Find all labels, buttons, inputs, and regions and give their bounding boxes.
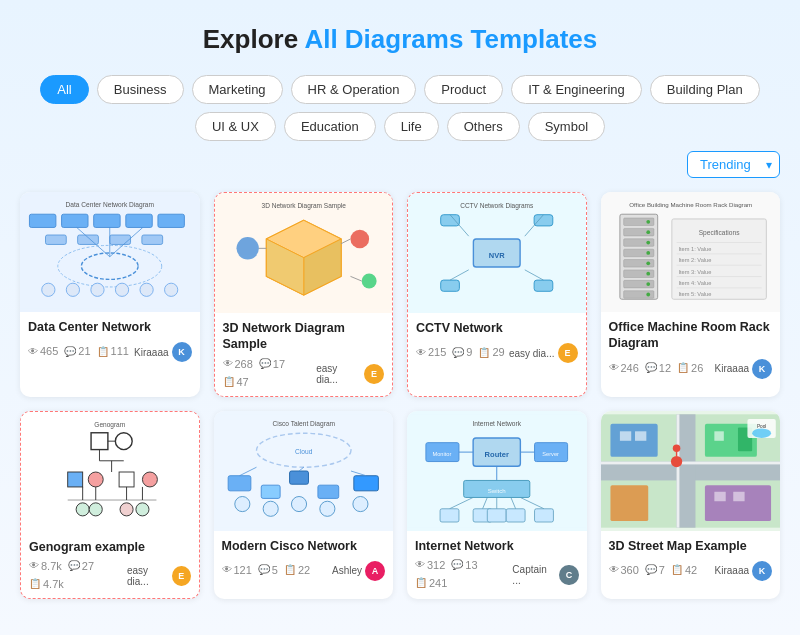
- card-meta-row: 👁 360💬 7📋 42KiraaaaK: [609, 559, 773, 581]
- eye-icon: 👁: [609, 564, 619, 575]
- filter-btn-product[interactable]: Product: [424, 75, 503, 104]
- svg-rect-105: [317, 485, 338, 498]
- svg-point-88: [142, 472, 157, 487]
- svg-point-56: [646, 251, 650, 255]
- card-copies: 📋 42: [671, 564, 697, 576]
- svg-text:Item 1: Value: Item 1: Value: [678, 246, 711, 252]
- author-name: Captain ...: [512, 564, 556, 586]
- card-comments: 💬 27: [68, 560, 94, 572]
- eye-icon: 👁: [415, 559, 425, 570]
- filter-btn-others[interactable]: Others: [447, 112, 520, 141]
- svg-rect-149: [610, 485, 648, 521]
- card-title: Data Center Network: [28, 319, 192, 335]
- card-title: 3D Network Diagram Sample: [223, 320, 385, 353]
- filter-btn-business[interactable]: Business: [97, 75, 184, 104]
- svg-rect-104: [289, 471, 308, 484]
- template-card-1[interactable]: Data Center Network Diagram Data Center …: [20, 192, 200, 397]
- filter-btn-symbol[interactable]: Symbol: [528, 112, 605, 141]
- svg-point-28: [236, 237, 258, 259]
- filter-btn-building[interactable]: Building Plan: [650, 75, 760, 104]
- template-card-8[interactable]: Pool 3D Street Map Example👁 360💬 7📋 42Ki…: [601, 411, 781, 599]
- svg-rect-44: [534, 280, 553, 291]
- copy-icon: 📋: [284, 564, 296, 575]
- card-thumbnail: Pool: [601, 411, 781, 531]
- template-card-6[interactable]: Cisco Talent Diagram Cloud Modern Cisco …: [214, 411, 394, 599]
- filter-btn-all[interactable]: All: [40, 75, 88, 104]
- svg-text:Cisco Talent Diagram: Cisco Talent Diagram: [272, 419, 335, 427]
- card-copies: 📋 47: [223, 376, 249, 388]
- template-grid: Data Center Network Diagram Data Center …: [20, 192, 780, 599]
- card-author: AshleyA: [332, 561, 385, 581]
- template-card-3[interactable]: CCTV Network Diagrams NVR CCTV Network👁 …: [407, 192, 587, 397]
- filter-btn-uiux[interactable]: UI & UX: [195, 112, 276, 141]
- copy-icon: 📋: [29, 578, 41, 589]
- comment-icon: 💬: [452, 347, 464, 358]
- svg-rect-103: [261, 485, 280, 498]
- svg-rect-135: [487, 508, 506, 521]
- card-meta-row: 👁 268💬 17📋 47easy dia...E: [223, 358, 385, 388]
- card-meta-row: 👁 246💬 12📋 26KiraaaaK: [609, 357, 773, 379]
- filter-btn-it[interactable]: IT & Engineering: [511, 75, 642, 104]
- svg-point-15: [91, 283, 104, 296]
- copy-icon: 📋: [97, 346, 109, 357]
- svg-text:Item 4: Value: Item 4: Value: [678, 280, 711, 286]
- svg-rect-152: [733, 491, 744, 500]
- card-title: Internet Network: [415, 538, 579, 554]
- page-title: Explore All Diagrams Templates: [20, 24, 780, 55]
- svg-rect-141: [601, 461, 781, 464]
- svg-point-94: [76, 502, 89, 515]
- svg-rect-102: [228, 475, 251, 490]
- card-title: Office Machine Room Rack Diagram: [609, 319, 773, 352]
- card-meta-row: 👁 121💬 5📋 22AshleyA: [222, 559, 386, 581]
- svg-text:Monitor: Monitor: [433, 450, 452, 456]
- card-comments: 💬 9: [452, 346, 472, 358]
- card-views: 👁 215: [416, 346, 446, 358]
- card-views: 👁 268: [223, 358, 253, 370]
- template-card-7[interactable]: Internet Network Monitor Router Server S…: [407, 411, 587, 599]
- filter-bar: AllBusinessMarketingHR & OperationProduc…: [20, 75, 780, 141]
- svg-point-64: [646, 293, 650, 297]
- card-views: 👁 312: [415, 559, 445, 571]
- card-views: 👁 121: [222, 564, 252, 576]
- card-author: KiraaaaK: [715, 359, 772, 379]
- svg-point-16: [115, 283, 128, 296]
- copy-icon: 📋: [478, 347, 490, 358]
- filter-btn-hr[interactable]: HR & Operation: [291, 75, 417, 104]
- card-views: 👁 360: [609, 564, 639, 576]
- author-name: easy dia...: [127, 565, 169, 587]
- card-copies: 📋 29: [478, 346, 504, 358]
- template-card-5[interactable]: Genogram Genogram example👁 8.7k💬 27📋 4.7…: [20, 411, 200, 599]
- card-thumbnail: Cisco Talent Diagram Cloud: [214, 411, 394, 531]
- card-meta-row: 👁 465💬 21📋 111KiraaaaK: [28, 340, 192, 362]
- card-author: easy dia...E: [316, 363, 384, 385]
- toolbar: TrendingNewestPopular: [20, 151, 780, 178]
- card-comments: 💬 21: [64, 345, 90, 357]
- filter-btn-life[interactable]: Life: [384, 112, 439, 141]
- card-stats: 👁 360💬 7📋 42: [609, 564, 698, 576]
- card-copies: 📋 22: [284, 564, 310, 576]
- svg-point-52: [646, 230, 650, 234]
- sort-wrapper: TrendingNewestPopular: [687, 151, 780, 178]
- template-card-4[interactable]: Office Building Machine Room Rack Diagra…: [601, 192, 781, 397]
- template-card-2[interactable]: 3D Network Diagram Sample 3D Network Dia…: [214, 192, 394, 397]
- eye-icon: 👁: [609, 362, 619, 373]
- svg-rect-77: [21, 415, 199, 527]
- svg-point-58: [646, 261, 650, 265]
- card-stats: 👁 465💬 21📋 111: [28, 345, 129, 357]
- svg-point-107: [234, 496, 249, 511]
- svg-rect-8: [78, 235, 99, 244]
- svg-rect-150: [704, 485, 770, 521]
- svg-point-111: [352, 496, 367, 511]
- card-thumbnail: CCTV Network Diagrams NVR: [408, 193, 586, 313]
- svg-text:Server: Server: [542, 450, 559, 456]
- sort-dropdown[interactable]: TrendingNewestPopular: [687, 151, 780, 178]
- card-title: Modern Cisco Network: [222, 538, 386, 554]
- card-title: Genogram example: [29, 539, 191, 555]
- filter-btn-education[interactable]: Education: [284, 112, 376, 141]
- author-avatar: E: [172, 566, 190, 586]
- filter-btn-marketing[interactable]: Marketing: [192, 75, 283, 104]
- card-meta-row: 👁 8.7k💬 27📋 4.7keasy dia...E: [29, 560, 191, 590]
- author-name: Kiraaaa: [134, 347, 168, 358]
- svg-rect-145: [635, 431, 646, 440]
- author-avatar: K: [172, 342, 192, 362]
